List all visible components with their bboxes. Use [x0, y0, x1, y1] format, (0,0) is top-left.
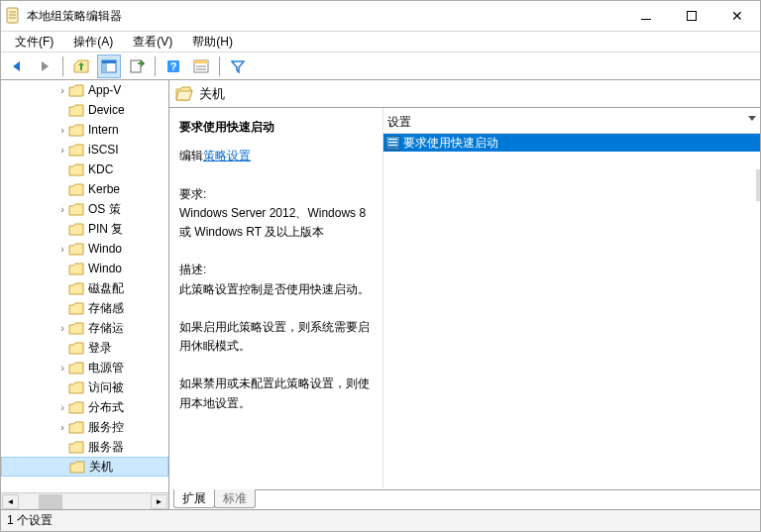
- tree-pane: ›App-VDevice›Intern›iSCSIKDCKerbe›OS 策PI…: [1, 80, 169, 509]
- chevron-right-icon[interactable]: ›: [56, 421, 68, 433]
- path-header: 关机: [169, 80, 760, 108]
- tab-standard[interactable]: 标准: [214, 489, 256, 508]
- chevron-right-icon[interactable]: ›: [56, 401, 68, 413]
- tree-item-13[interactable]: 登录: [1, 338, 168, 358]
- tree-item-label: Intern: [88, 123, 119, 137]
- settings-header-label: 设置: [387, 115, 411, 129]
- tree-item-9[interactable]: Windo: [1, 259, 168, 278]
- chevron-right-icon[interactable]: ›: [56, 84, 68, 96]
- chevron-right-icon[interactable]: ›: [56, 362, 68, 373]
- right-pane: 关机 要求使用快速启动 编辑策略设置 要求: Windows Server 20…: [169, 80, 760, 509]
- description-pane: 要求使用快速启动 编辑策略设置 要求: Windows Server 2012、…: [169, 108, 382, 487]
- tree-item-2[interactable]: ›Intern: [1, 120, 168, 140]
- menubar: 文件(F) 操作(A) 查看(V) 帮助(H): [1, 31, 760, 53]
- tree-item-4[interactable]: KDC: [1, 160, 168, 179]
- folder-icon: [68, 342, 84, 355]
- toolbar-sep-3: [219, 56, 220, 76]
- open-folder-icon: [175, 86, 193, 101]
- tab-extended[interactable]: 扩展: [173, 489, 215, 508]
- tree-item-7[interactable]: PIN 复: [1, 219, 168, 239]
- tree-item-11[interactable]: 存储感: [1, 298, 168, 318]
- window-title: 本地组策略编辑器: [27, 8, 623, 25]
- description-p1: 此策略设置控制是否使用快速启动。: [179, 280, 375, 299]
- menu-file[interactable]: 文件(F): [5, 32, 63, 53]
- body-area: ›App-VDevice›Intern›iSCSIKDCKerbe›OS 策PI…: [1, 80, 760, 509]
- tree-item-5[interactable]: Kerbe: [1, 179, 168, 199]
- chevron-right-icon[interactable]: ›: [56, 144, 68, 156]
- scroll-right-button[interactable]: ►: [151, 494, 167, 509]
- edge-artifact: [756, 169, 760, 201]
- tabs-line: [255, 489, 760, 490]
- gpedit-window: 本地组策略编辑器 ✕ 文件(F) 操作(A) 查看(V) 帮助(H) ? ›Ap…: [0, 0, 761, 532]
- tree-item-label: 分布式: [88, 399, 124, 416]
- tree-item-10[interactable]: 磁盘配: [1, 278, 168, 298]
- forward-button[interactable]: [33, 54, 56, 78]
- tree-item-label: 磁盘配: [88, 280, 124, 297]
- folder-icon: [68, 441, 84, 454]
- tree-item-1[interactable]: Device: [1, 100, 168, 120]
- tree-item-12[interactable]: ›存储运: [1, 318, 168, 338]
- up-button[interactable]: [69, 54, 93, 78]
- tree-item-16[interactable]: ›分布式: [1, 397, 168, 417]
- chevron-right-icon[interactable]: ›: [56, 322, 68, 334]
- chevron-right-icon[interactable]: ›: [56, 124, 68, 136]
- folder-icon: [68, 144, 84, 157]
- setting-row[interactable]: 要求使用快速启动: [383, 134, 760, 152]
- svg-rect-5: [102, 60, 116, 63]
- settings-list: 要求使用快速启动: [383, 134, 760, 487]
- tree-item-17[interactable]: ›服务控: [1, 417, 168, 437]
- tree-hscrollbar[interactable]: ◄ ►: [1, 492, 168, 509]
- tree-item-19[interactable]: 关机: [1, 457, 168, 477]
- app-icon: [5, 7, 21, 25]
- folder-icon: [68, 302, 84, 315]
- edit-line: 编辑策略设置: [179, 147, 375, 165]
- tree-item-18[interactable]: 服务器: [1, 437, 168, 457]
- tree-item-0[interactable]: ›App-V: [1, 80, 168, 100]
- filter-button[interactable]: [226, 54, 250, 78]
- tree-item-label: 服务器: [88, 439, 124, 456]
- folder-icon: [68, 263, 84, 275]
- folder-icon: [69, 461, 85, 474]
- scroll-track[interactable]: [19, 494, 151, 509]
- toolbar-sep: [62, 56, 63, 76]
- titlebar: 本地组策略编辑器 ✕: [1, 1, 760, 31]
- folder-icon: [68, 124, 84, 137]
- properties-button[interactable]: [189, 54, 213, 78]
- folder-icon: [68, 381, 84, 394]
- tree-item-label: App-V: [88, 83, 121, 97]
- tree-item-14[interactable]: ›电源管: [1, 358, 168, 377]
- export-button[interactable]: [125, 54, 149, 78]
- menu-view[interactable]: 查看(V): [123, 32, 182, 53]
- folder-icon: [68, 322, 84, 335]
- minimize-button[interactable]: [623, 1, 669, 31]
- policy-title: 要求使用快速启动: [179, 118, 375, 137]
- close-button[interactable]: ✕: [714, 1, 760, 31]
- chevron-right-icon[interactable]: ›: [56, 243, 68, 255]
- tree-item-3[interactable]: ›iSCSI: [1, 140, 168, 160]
- back-button[interactable]: [5, 54, 29, 78]
- tree-item-6[interactable]: ›OS 策: [1, 199, 168, 219]
- folder-icon: [68, 223, 84, 236]
- settings-column-header[interactable]: 设置: [383, 108, 760, 134]
- svg-text:?: ?: [170, 60, 177, 72]
- scroll-thumb[interactable]: [39, 494, 62, 509]
- menu-action[interactable]: 操作(A): [63, 32, 123, 53]
- chevron-right-icon[interactable]: ›: [56, 203, 68, 215]
- tree-item-label: Kerbe: [88, 182, 120, 196]
- tree-item-8[interactable]: ›Windo: [1, 239, 168, 259]
- maximize-button[interactable]: [669, 1, 714, 31]
- tree-item-label: PIN 复: [88, 221, 123, 238]
- edit-policy-link[interactable]: 策略设置: [203, 149, 251, 162]
- menu-help[interactable]: 帮助(H): [182, 32, 243, 53]
- help-button[interactable]: ?: [162, 54, 185, 78]
- tree-item-15[interactable]: 访问被: [1, 377, 168, 397]
- show-tree-button[interactable]: [97, 54, 121, 78]
- svg-rect-11: [194, 60, 208, 63]
- requirements-label: 要求:: [179, 185, 375, 204]
- toolbar-sep-2: [155, 56, 156, 76]
- description-label: 描述:: [179, 261, 375, 279]
- tree-item-label: Device: [88, 103, 125, 117]
- scroll-left-button[interactable]: ◄: [2, 494, 19, 509]
- toolbar: ?: [1, 53, 760, 80]
- tree-scroll[interactable]: ›App-VDevice›Intern›iSCSIKDCKerbe›OS 策PI…: [1, 80, 168, 492]
